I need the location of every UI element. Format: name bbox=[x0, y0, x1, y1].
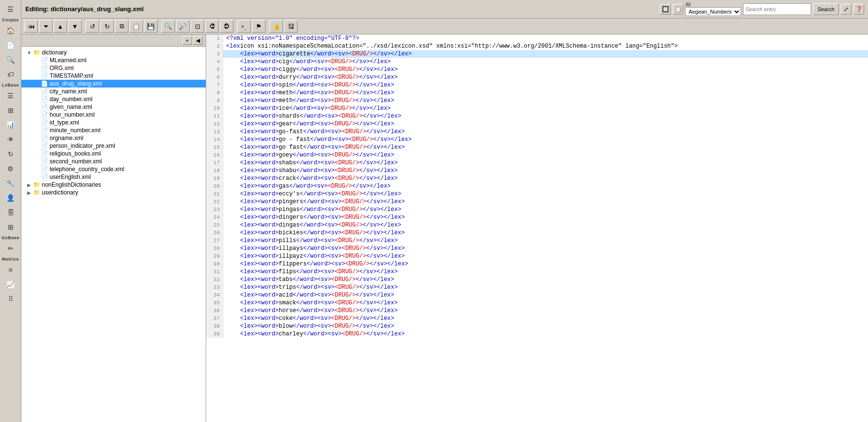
folder-icon: 📁 bbox=[33, 189, 40, 196]
tree-item-orgname[interactable]: 📄orgname.xml bbox=[21, 134, 206, 142]
undo-button[interactable]: ↺ bbox=[86, 20, 99, 33]
tree-item-second_number[interactable]: 📄second_number.xml bbox=[21, 158, 206, 165]
settings-icon[interactable]: ⚙ bbox=[3, 162, 18, 176]
filter-icon[interactable]: ⊞ bbox=[3, 220, 18, 234]
approve-button[interactable]: 👍 bbox=[269, 20, 283, 33]
line-content: <lex><word>shards</word><sv><DRUG/></sv>… bbox=[223, 112, 404, 120]
code-line-10: 10 <lex><word>ice</word><sv><DRUG/></sv>… bbox=[206, 105, 868, 112]
database-icon[interactable]: 🗄 bbox=[3, 206, 18, 219]
tree-item-aus_drug_slang[interactable]: 📄aus_drug_slang.xml bbox=[21, 80, 206, 88]
tree-item-nonEnglishDictionaries[interactable]: ▶📁nonEnglishDictionaries bbox=[21, 181, 206, 189]
line-number: 28 bbox=[206, 245, 223, 252]
redo-button[interactable]: ↻ bbox=[100, 20, 114, 33]
nav-up-button[interactable]: ▲ bbox=[53, 20, 67, 33]
code-line-22: 22 <lex><word>pingers</word><sv><DRUG/><… bbox=[206, 198, 868, 206]
line-content: <lex><word>cigarette</word><sv><DRUG/></… bbox=[223, 50, 415, 58]
tree-item-dictionary[interactable]: ▼📁dictionary bbox=[21, 49, 206, 56]
line-content: <lex><word>ice</word><sv><DRUG/></sv></l… bbox=[223, 105, 394, 112]
file-icon: 📄 bbox=[41, 150, 48, 157]
save2-button[interactable]: 🖫 bbox=[284, 20, 298, 33]
editor-content: 1<?xml version="1.0" encoding="UTF-8"?>2… bbox=[206, 35, 868, 422]
eye-icon[interactable]: 👁 bbox=[3, 133, 18, 146]
tree-item-userdictionary[interactable]: ▶📁userdictionary bbox=[21, 189, 206, 196]
tree-item-hour_number[interactable]: 📄hour_number.xml bbox=[21, 111, 206, 119]
tree-item-label: religious_books.xml bbox=[50, 150, 101, 157]
document-icon[interactable]: 📄 bbox=[3, 38, 18, 52]
tree-item-MLearned[interactable]: 📄MLearned.xml bbox=[21, 56, 206, 64]
tree-item-religious_books[interactable]: 📄religious_books.xml bbox=[21, 150, 206, 158]
nav-icon-2[interactable]: 📋 bbox=[673, 4, 683, 15]
copy-button[interactable]: ⧉ bbox=[115, 20, 128, 33]
lines-icon[interactable]: ≡ bbox=[3, 263, 18, 277]
line-content: <lex><word>cig</word><sv><DRUG/></sv></l… bbox=[223, 58, 394, 66]
code-line-39: 39 <lex><word>charley</word><sv><DRUG/><… bbox=[206, 330, 868, 338]
line-number: 21 bbox=[206, 190, 223, 198]
search-input[interactable] bbox=[743, 3, 811, 15]
tree-item-day_number[interactable]: 📄day_number.xml bbox=[21, 95, 206, 103]
search-area: 🔲 📋 All Aegean_Numbers Search ⤢ ❓ bbox=[660, 2, 864, 16]
tree-item-telephone_country_code[interactable]: 📄telephone_country_code.xml bbox=[21, 165, 206, 173]
panel-collapse-button[interactable]: ◀ bbox=[193, 36, 203, 45]
help-icon[interactable]: ❓ bbox=[853, 4, 864, 15]
zoom-in-button[interactable]: 🔍 bbox=[161, 20, 175, 33]
nav-icon-1[interactable]: 🔲 bbox=[660, 4, 671, 15]
line-content: <lex><word>shabu</word><sv><DRUG/></sv><… bbox=[223, 167, 401, 175]
category-select[interactable]: Aegean_Numbers bbox=[685, 7, 741, 16]
lxbase-label: LxBase bbox=[2, 83, 19, 88]
corpus-label: Corpus bbox=[2, 18, 19, 22]
code-line-35: 35 <lex><word>smack</word><sv><DRUG/></s… bbox=[206, 299, 868, 307]
hamburger-icon[interactable]: ☰ bbox=[3, 2, 18, 16]
line-number: 16 bbox=[206, 151, 223, 159]
line-content: <lex><word>illpays</word><sv><DRUG/></sv… bbox=[223, 245, 407, 252]
refresh-icon[interactable]: ↻ bbox=[3, 147, 18, 161]
line-number: 18 bbox=[206, 167, 223, 175]
tree-item-person_indicator_pre[interactable]: 📄person_indicator_pre.xml bbox=[21, 142, 206, 150]
code-line-38: 38 <lex><word>blow</word><sv><DRUG/></sv… bbox=[206, 322, 868, 330]
zoom-fit-button[interactable]: ⊡ bbox=[191, 20, 204, 33]
line-number: 23 bbox=[206, 206, 223, 213]
tree-item-minute_number[interactable]: 📄minute_number.xml bbox=[21, 126, 206, 134]
nav-first-button[interactable]: ⏮ bbox=[24, 20, 38, 33]
share-left-button[interactable]: ⮈ bbox=[205, 20, 219, 33]
code-line-1: 1<?xml version="1.0" encoding="UTF-8"?> bbox=[206, 35, 868, 42]
search-icon[interactable]: 🔍 bbox=[3, 53, 18, 67]
bar-chart-icon[interactable]: 📈 bbox=[3, 278, 18, 291]
code-line-30: 30 <lex><word>flippers</word><sv><DRUG/>… bbox=[206, 260, 868, 268]
panel-add-button[interactable]: + bbox=[182, 36, 192, 45]
share-right-button[interactable]: ⮊ bbox=[220, 20, 233, 33]
home-icon[interactable]: 🏠 bbox=[3, 24, 18, 37]
wrench-icon[interactable]: 🔧 bbox=[3, 176, 18, 190]
paste-button[interactable]: 📋 bbox=[129, 20, 143, 33]
tree-item-label: nonEnglishDictionaries bbox=[42, 181, 101, 188]
tree-item-city_name[interactable]: 📄city_name.xml bbox=[21, 88, 206, 95]
dots-icon[interactable]: ⠿ bbox=[3, 292, 18, 306]
tag-icon[interactable]: 🏷 bbox=[3, 68, 18, 81]
zoom-out-button[interactable]: 🔎 bbox=[176, 20, 190, 33]
line-content: <lex><word>crack</word><sv><DRUG/></sv><… bbox=[223, 175, 401, 182]
grid-icon[interactable]: ⊞ bbox=[3, 104, 18, 117]
tree-item-label: second_number.xml bbox=[50, 158, 102, 165]
line-number: 7 bbox=[206, 81, 223, 89]
code-line-9: 9 <lex><word>meth</word><sv><DRUG/></sv>… bbox=[206, 97, 868, 105]
save-button[interactable]: 💾 bbox=[144, 20, 158, 33]
chart-icon[interactable]: 📊 bbox=[3, 118, 18, 132]
flag-button[interactable]: ⚑ bbox=[252, 20, 266, 33]
tree-item-id_type[interactable]: 📄id_type.xml bbox=[21, 119, 206, 126]
tree-item-userEnglish[interactable]: 📄userEnglish.xml bbox=[21, 173, 206, 181]
terminal-button[interactable]: >_ bbox=[237, 20, 251, 33]
file-icon: 📄 bbox=[41, 65, 48, 71]
expand-icon[interactable]: ⤢ bbox=[841, 4, 851, 15]
edit-icon[interactable]: ✏ bbox=[3, 242, 18, 255]
tree-item-given_name[interactable]: 📄given_name.xml bbox=[21, 103, 206, 111]
list-icon[interactable]: ☰ bbox=[3, 89, 18, 103]
line-number: 33 bbox=[206, 283, 223, 291]
search-button[interactable]: Search bbox=[813, 3, 839, 15]
file-icon: 📄 bbox=[41, 111, 48, 118]
person-icon[interactable]: 👤 bbox=[3, 191, 18, 205]
tree-item-ORG[interactable]: 📄ORG.xml bbox=[21, 64, 206, 72]
tree-item-label: id_type.xml bbox=[50, 119, 79, 126]
tree-item-TIMESTAMP[interactable]: 📄TIMESTAMP.xml bbox=[21, 72, 206, 80]
nav-prev-button[interactable]: ⏷ bbox=[39, 20, 53, 33]
code-line-14: 14 <lex><word>go - fast</word><sv><DRUG/… bbox=[206, 136, 868, 143]
nav-down-button[interactable]: ▼ bbox=[68, 20, 82, 33]
